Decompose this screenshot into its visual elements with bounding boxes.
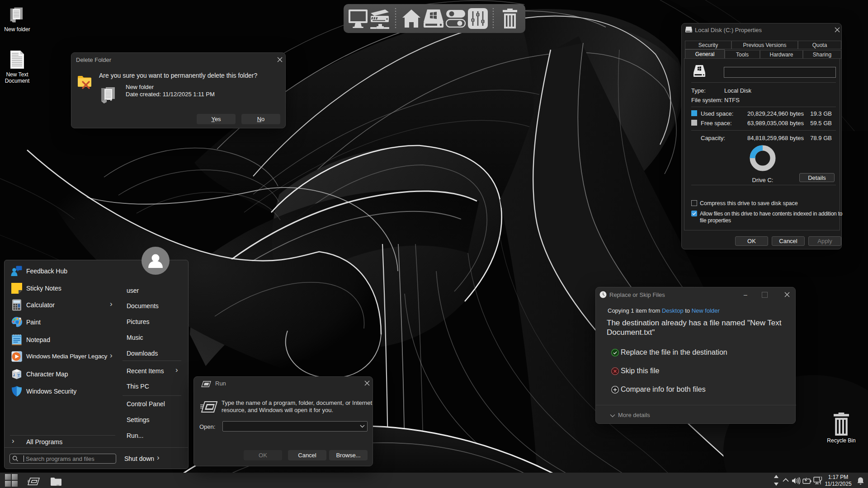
svg-text:T: T: [18, 373, 20, 378]
svg-text:λ: λ: [13, 372, 15, 377]
